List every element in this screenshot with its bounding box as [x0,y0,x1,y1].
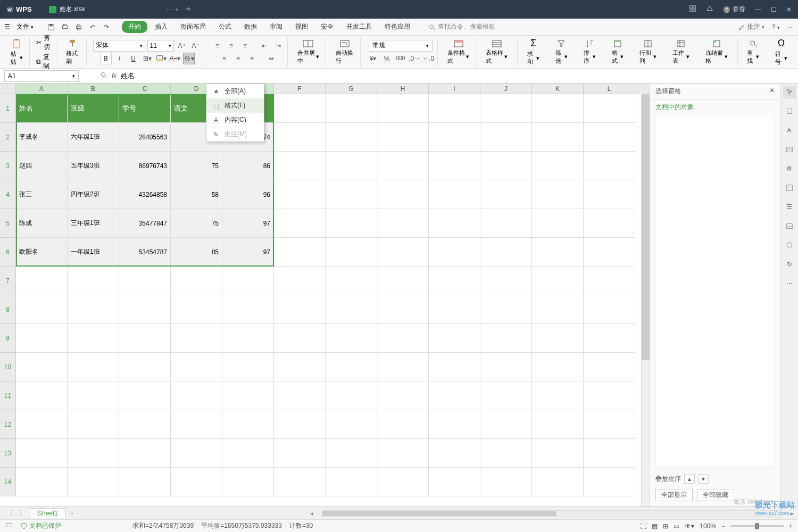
copy-icon[interactable]: ⧉ [36,58,41,65]
cell-K6[interactable] [532,238,584,267]
cell-B3[interactable]: 五年级3班 [68,152,119,180]
cell-A9[interactable] [16,324,68,353]
cell-I11[interactable] [429,381,480,410]
row-header-1[interactable]: 1 [0,94,16,123]
user-avatar[interactable]: 香香 [723,5,745,14]
cell-K1[interactable] [532,94,584,123]
col-header-J[interactable]: J [480,84,532,94]
merge-across-icon[interactable]: ⇔ [265,53,277,64]
cell-C14[interactable] [119,468,171,496]
minimize-button[interactable]: — [755,6,761,13]
cell-G10[interactable] [326,353,377,381]
cut-label[interactable]: 剪切 [44,34,53,52]
document-tab[interactable]: 姓名.xlsx [43,2,92,17]
cell-A10[interactable] [16,353,68,381]
cell-B14[interactable] [68,468,119,496]
col-header-C[interactable]: C [119,84,171,94]
cell-L7[interactable] [584,267,635,295]
table-style[interactable]: 表格样式▾ [483,37,511,67]
annotate-button[interactable]: 批注 ▾ [738,22,764,31]
cell-I4[interactable] [429,180,480,209]
cell-E7[interactable] [222,267,274,295]
cell-A1[interactable]: 姓名 [16,94,68,123]
cell-A13[interactable] [16,439,68,468]
add-sheet-button[interactable]: + [68,510,76,517]
cell-D3[interactable]: 75 [171,152,222,180]
cell-F9[interactable] [274,324,326,353]
row-header-3[interactable]: 3 [0,152,16,180]
row-header-13[interactable]: 13 [0,439,16,468]
indent-decrease-icon[interactable]: ⇤ [259,40,270,52]
cell-I5[interactable] [429,209,480,238]
tab-special[interactable]: 特色应用 [379,20,415,34]
cell-E12[interactable] [222,410,274,439]
cell-I10[interactable] [429,353,480,381]
select-all-corner[interactable] [0,84,16,94]
table-tool-icon[interactable] [783,143,796,156]
cell-J11[interactable] [480,381,532,410]
col-header-B[interactable]: B [68,84,119,94]
cell-L13[interactable] [584,439,635,468]
cell-C1[interactable]: 学号 [119,94,171,123]
cell-A3[interactable]: 赵四 [16,152,68,180]
cell-I12[interactable] [429,410,480,439]
row-header-8[interactable]: 8 [0,295,16,324]
cell-G4[interactable] [326,180,377,209]
cell-G1[interactable] [326,94,377,123]
cell-A6[interactable]: 欧阳名 [16,238,68,267]
cell-A2[interactable]: 李成名 [16,123,68,152]
format-painter[interactable]: 格式刷 [63,37,82,68]
select-tool-icon[interactable] [783,86,796,98]
close-button[interactable]: ✕ [786,6,792,13]
doc-settings-icon[interactable] [5,521,13,530]
print-icon[interactable] [73,21,85,33]
decrease-font-icon[interactable]: A⁻ [190,40,202,52]
zoom-fx-icon[interactable] [100,71,107,80]
cell-A8[interactable] [16,295,68,324]
cell-E10[interactable] [222,353,274,381]
align-center-icon[interactable]: ≡ [232,53,244,64]
cell-K11[interactable] [532,381,584,410]
settings-tool-icon[interactable]: ⚙ [783,162,796,175]
menu-item-2[interactable]: A内容(C) [206,113,264,127]
comma-icon[interactable]: 000 [395,53,406,64]
cell-D7[interactable] [171,267,222,295]
cell-C4[interactable]: 43264858 [119,180,171,209]
cell-G7[interactable] [326,267,377,295]
cell-C9[interactable] [119,324,171,353]
cell-F11[interactable] [274,381,326,410]
tab-security[interactable]: 安全 [315,20,339,34]
tab-pagelayout[interactable]: 页面布局 [175,20,211,34]
cell-G13[interactable] [326,439,377,468]
collapse-ribbon-icon[interactable]: ︿ [787,22,794,31]
cell-D12[interactable] [171,410,222,439]
cell-E9[interactable] [222,324,274,353]
cell-J5[interactable] [480,209,532,238]
cell-H12[interactable] [377,410,429,439]
row-header-6[interactable]: 6 [0,238,16,267]
cell-B10[interactable] [68,353,119,381]
zoom-value[interactable]: 100% [700,522,716,530]
cell-G3[interactable] [326,152,377,180]
cell-D9[interactable] [171,324,222,353]
row-header-2[interactable]: 2 [0,123,16,152]
cell-F4[interactable] [274,180,326,209]
cell-K13[interactable] [532,439,584,468]
show-all-button[interactable]: 全部显示 [655,489,693,501]
cell-G6[interactable] [326,238,377,267]
align-top-icon[interactable]: ≡ [212,40,223,52]
cell-J3[interactable] [480,152,532,180]
help-icon[interactable]: ? ▾ [772,23,780,31]
col-header-K[interactable]: K [532,84,584,94]
cell-K10[interactable] [532,353,584,381]
cell-L2[interactable] [584,123,635,152]
cell-F12[interactable] [274,410,326,439]
view-pagebreak-icon[interactable]: ⊞ [663,522,668,530]
cell-H10[interactable] [377,353,429,381]
row-header-7[interactable]: 7 [0,267,16,295]
cell-H4[interactable] [377,180,429,209]
tab-review[interactable]: 审阅 [264,20,288,34]
cell-H7[interactable] [377,267,429,295]
cell-A12[interactable] [16,410,68,439]
doc-protect[interactable]: 文档已保护 [20,521,61,530]
